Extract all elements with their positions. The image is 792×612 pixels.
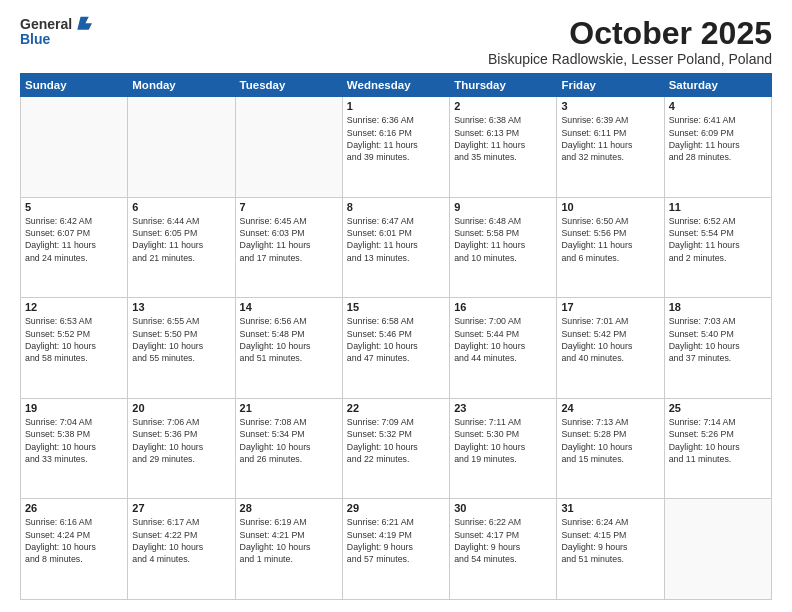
day-of-week-header: Thursday xyxy=(450,74,557,97)
month-title: October 2025 xyxy=(488,16,772,51)
day-number: 13 xyxy=(132,301,230,313)
day-info: Sunrise: 6:22 AM Sunset: 4:17 PM Dayligh… xyxy=(454,516,552,565)
header: General Blue October 2025 Biskupice Radl… xyxy=(20,16,772,67)
day-of-week-header: Tuesday xyxy=(235,74,342,97)
day-info: Sunrise: 6:36 AM Sunset: 6:16 PM Dayligh… xyxy=(347,114,445,163)
day-info: Sunrise: 7:01 AM Sunset: 5:42 PM Dayligh… xyxy=(561,315,659,364)
day-info: Sunrise: 6:56 AM Sunset: 5:48 PM Dayligh… xyxy=(240,315,338,364)
day-number: 11 xyxy=(669,201,767,213)
day-info: Sunrise: 6:53 AM Sunset: 5:52 PM Dayligh… xyxy=(25,315,123,364)
day-number: 31 xyxy=(561,502,659,514)
day-info: Sunrise: 6:55 AM Sunset: 5:50 PM Dayligh… xyxy=(132,315,230,364)
calendar-day-cell: 7Sunrise: 6:45 AM Sunset: 6:03 PM Daylig… xyxy=(235,197,342,298)
day-info: Sunrise: 7:04 AM Sunset: 5:38 PM Dayligh… xyxy=(25,416,123,465)
calendar-day-cell: 20Sunrise: 7:06 AM Sunset: 5:36 PM Dayli… xyxy=(128,398,235,499)
day-info: Sunrise: 6:52 AM Sunset: 5:54 PM Dayligh… xyxy=(669,215,767,264)
day-number: 24 xyxy=(561,402,659,414)
day-number: 1 xyxy=(347,100,445,112)
calendar-day-cell: 18Sunrise: 7:03 AM Sunset: 5:40 PM Dayli… xyxy=(664,298,771,399)
calendar-day-cell: 31Sunrise: 6:24 AM Sunset: 4:15 PM Dayli… xyxy=(557,499,664,600)
calendar-week-row: 26Sunrise: 6:16 AM Sunset: 4:24 PM Dayli… xyxy=(21,499,772,600)
day-info: Sunrise: 6:24 AM Sunset: 4:15 PM Dayligh… xyxy=(561,516,659,565)
calendar-day-cell: 24Sunrise: 7:13 AM Sunset: 5:28 PM Dayli… xyxy=(557,398,664,499)
day-info: Sunrise: 7:13 AM Sunset: 5:28 PM Dayligh… xyxy=(561,416,659,465)
calendar-week-row: 19Sunrise: 7:04 AM Sunset: 5:38 PM Dayli… xyxy=(21,398,772,499)
day-info: Sunrise: 7:08 AM Sunset: 5:34 PM Dayligh… xyxy=(240,416,338,465)
calendar: SundayMondayTuesdayWednesdayThursdayFrid… xyxy=(20,73,772,600)
calendar-day-cell xyxy=(235,97,342,198)
day-info: Sunrise: 6:48 AM Sunset: 5:58 PM Dayligh… xyxy=(454,215,552,264)
calendar-day-cell xyxy=(21,97,128,198)
day-info: Sunrise: 7:03 AM Sunset: 5:40 PM Dayligh… xyxy=(669,315,767,364)
day-number: 12 xyxy=(25,301,123,313)
day-of-week-header: Wednesday xyxy=(342,74,449,97)
calendar-day-cell: 16Sunrise: 7:00 AM Sunset: 5:44 PM Dayli… xyxy=(450,298,557,399)
day-info: Sunrise: 6:44 AM Sunset: 6:05 PM Dayligh… xyxy=(132,215,230,264)
page: General Blue October 2025 Biskupice Radl… xyxy=(0,0,792,612)
calendar-day-cell: 21Sunrise: 7:08 AM Sunset: 5:34 PM Dayli… xyxy=(235,398,342,499)
calendar-day-cell: 4Sunrise: 6:41 AM Sunset: 6:09 PM Daylig… xyxy=(664,97,771,198)
day-number: 8 xyxy=(347,201,445,213)
day-info: Sunrise: 6:41 AM Sunset: 6:09 PM Dayligh… xyxy=(669,114,767,163)
day-number: 16 xyxy=(454,301,552,313)
calendar-day-cell: 17Sunrise: 7:01 AM Sunset: 5:42 PM Dayli… xyxy=(557,298,664,399)
day-info: Sunrise: 7:00 AM Sunset: 5:44 PM Dayligh… xyxy=(454,315,552,364)
day-number: 26 xyxy=(25,502,123,514)
day-info: Sunrise: 6:38 AM Sunset: 6:13 PM Dayligh… xyxy=(454,114,552,163)
calendar-week-row: 12Sunrise: 6:53 AM Sunset: 5:52 PM Dayli… xyxy=(21,298,772,399)
day-number: 2 xyxy=(454,100,552,112)
calendar-day-cell: 6Sunrise: 6:44 AM Sunset: 6:05 PM Daylig… xyxy=(128,197,235,298)
calendar-day-cell: 12Sunrise: 6:53 AM Sunset: 5:52 PM Dayli… xyxy=(21,298,128,399)
day-number: 5 xyxy=(25,201,123,213)
day-info: Sunrise: 7:06 AM Sunset: 5:36 PM Dayligh… xyxy=(132,416,230,465)
calendar-week-row: 1Sunrise: 6:36 AM Sunset: 6:16 PM Daylig… xyxy=(21,97,772,198)
logo-blue: Blue xyxy=(20,32,50,46)
day-number: 14 xyxy=(240,301,338,313)
day-info: Sunrise: 6:50 AM Sunset: 5:56 PM Dayligh… xyxy=(561,215,659,264)
logo: General Blue xyxy=(20,16,92,46)
day-number: 29 xyxy=(347,502,445,514)
day-number: 21 xyxy=(240,402,338,414)
day-number: 15 xyxy=(347,301,445,313)
calendar-day-cell: 15Sunrise: 6:58 AM Sunset: 5:46 PM Dayli… xyxy=(342,298,449,399)
calendar-day-cell: 19Sunrise: 7:04 AM Sunset: 5:38 PM Dayli… xyxy=(21,398,128,499)
day-number: 30 xyxy=(454,502,552,514)
day-number: 25 xyxy=(669,402,767,414)
calendar-day-cell: 1Sunrise: 6:36 AM Sunset: 6:16 PM Daylig… xyxy=(342,97,449,198)
day-number: 27 xyxy=(132,502,230,514)
calendar-day-cell xyxy=(128,97,235,198)
day-of-week-header: Sunday xyxy=(21,74,128,97)
day-info: Sunrise: 7:14 AM Sunset: 5:26 PM Dayligh… xyxy=(669,416,767,465)
day-info: Sunrise: 6:47 AM Sunset: 6:01 PM Dayligh… xyxy=(347,215,445,264)
day-info: Sunrise: 7:11 AM Sunset: 5:30 PM Dayligh… xyxy=(454,416,552,465)
calendar-day-cell: 29Sunrise: 6:21 AM Sunset: 4:19 PM Dayli… xyxy=(342,499,449,600)
day-number: 28 xyxy=(240,502,338,514)
day-number: 19 xyxy=(25,402,123,414)
calendar-day-cell: 22Sunrise: 7:09 AM Sunset: 5:32 PM Dayli… xyxy=(342,398,449,499)
day-number: 7 xyxy=(240,201,338,213)
calendar-day-cell: 13Sunrise: 6:55 AM Sunset: 5:50 PM Dayli… xyxy=(128,298,235,399)
day-number: 20 xyxy=(132,402,230,414)
day-number: 10 xyxy=(561,201,659,213)
day-number: 18 xyxy=(669,301,767,313)
logo-general: General xyxy=(20,17,72,31)
day-number: 3 xyxy=(561,100,659,112)
day-info: Sunrise: 6:17 AM Sunset: 4:22 PM Dayligh… xyxy=(132,516,230,565)
day-info: Sunrise: 6:19 AM Sunset: 4:21 PM Dayligh… xyxy=(240,516,338,565)
day-info: Sunrise: 6:21 AM Sunset: 4:19 PM Dayligh… xyxy=(347,516,445,565)
svg-marker-0 xyxy=(77,17,92,30)
calendar-day-cell: 23Sunrise: 7:11 AM Sunset: 5:30 PM Dayli… xyxy=(450,398,557,499)
day-number: 4 xyxy=(669,100,767,112)
calendar-day-cell: 28Sunrise: 6:19 AM Sunset: 4:21 PM Dayli… xyxy=(235,499,342,600)
calendar-day-cell: 10Sunrise: 6:50 AM Sunset: 5:56 PM Dayli… xyxy=(557,197,664,298)
day-of-week-header: Saturday xyxy=(664,74,771,97)
day-info: Sunrise: 6:39 AM Sunset: 6:11 PM Dayligh… xyxy=(561,114,659,163)
day-number: 23 xyxy=(454,402,552,414)
day-info: Sunrise: 6:45 AM Sunset: 6:03 PM Dayligh… xyxy=(240,215,338,264)
calendar-week-row: 5Sunrise: 6:42 AM Sunset: 6:07 PM Daylig… xyxy=(21,197,772,298)
calendar-day-cell: 26Sunrise: 6:16 AM Sunset: 4:24 PM Dayli… xyxy=(21,499,128,600)
location-title: Biskupice Radlowskie, Lesser Poland, Pol… xyxy=(488,51,772,67)
calendar-day-cell: 5Sunrise: 6:42 AM Sunset: 6:07 PM Daylig… xyxy=(21,197,128,298)
day-of-week-header: Friday xyxy=(557,74,664,97)
calendar-day-cell: 30Sunrise: 6:22 AM Sunset: 4:17 PM Dayli… xyxy=(450,499,557,600)
